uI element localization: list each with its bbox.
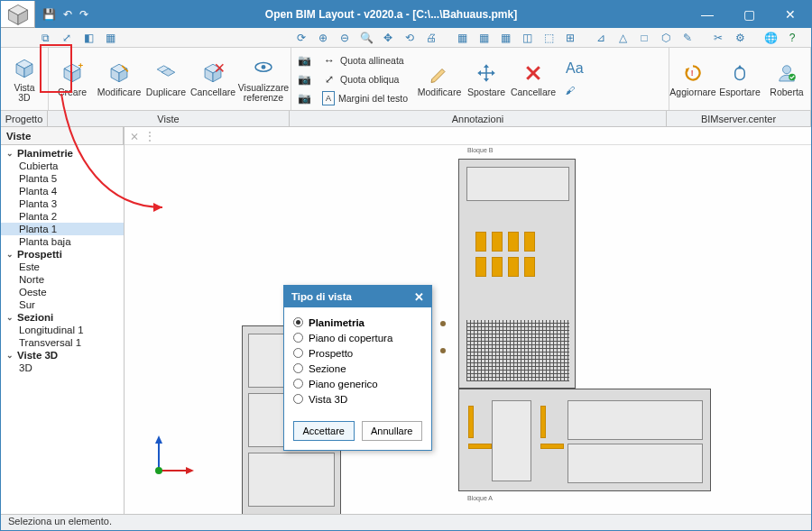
tree-group-viste-3d[interactable]: ⌄Viste 3D <box>1 349 124 362</box>
tree-item[interactable]: 3D <box>1 362 124 374</box>
esportare-button[interactable]: Esportare <box>716 48 763 110</box>
tool-icon[interactable]: △ <box>614 30 631 46</box>
camera-icon: 📷 <box>297 53 311 68</box>
accept-button[interactable]: Accettare <box>293 421 355 441</box>
axis-icon[interactable]: ⨯ <box>130 130 139 142</box>
tool-icon[interactable]: ◫ <box>519 30 535 46</box>
camera3-button[interactable]: 📷 <box>293 89 315 107</box>
redo-icon[interactable]: ↷ <box>79 8 88 21</box>
tool-icon[interactable]: ✎ <box>679 30 696 46</box>
camera-icon: 📷 <box>297 72 311 87</box>
tree-item[interactable]: Longitudinal 1 <box>1 324 124 336</box>
radio-sezione[interactable]: Sezione <box>293 361 422 376</box>
aa-button[interactable]: Aa <box>562 60 587 78</box>
x-icon <box>521 60 546 86</box>
tool-icon[interactable]: ⤢ <box>59 30 75 46</box>
ribbon-group-progetto: Vista 3D <box>1 48 49 110</box>
tool-icon[interactable]: ▦ <box>497 30 513 46</box>
radio-piano-di-copertura[interactable]: Piano di copertura <box>293 330 422 345</box>
brush-icon: 🖌 <box>566 85 576 96</box>
camera1-button[interactable]: 📷 <box>293 51 315 69</box>
chevron-down-icon: ⌄ <box>6 351 14 360</box>
radio-prospetto[interactable]: Prospetto <box>293 345 422 361</box>
vista3d-button[interactable]: Vista 3D <box>1 48 48 110</box>
visualizzare-referenze-button[interactable]: Visualizzare referenze <box>236 48 291 110</box>
tree-item[interactable]: Oeste <box>1 286 124 298</box>
svg-rect-27 <box>735 68 745 80</box>
tool-icon[interactable]: ⊖ <box>337 30 353 46</box>
tree-item[interactable]: Planta 3 <box>1 197 124 210</box>
tool-icon[interactable]: ⟲ <box>401 30 418 46</box>
tool-icon[interactable]: ✂ <box>710 30 726 46</box>
dialog-options: PlanimetriaPiano di coperturaProspettoSe… <box>284 307 431 414</box>
tool-icon[interactable]: □ <box>636 30 652 46</box>
save-icon[interactable]: 💾 <box>42 8 56 21</box>
tree-item[interactable]: Sur <box>1 298 124 311</box>
tree-item[interactable]: Planta 4 <box>1 185 124 197</box>
tool-icon[interactable]: 🔍 <box>358 30 374 46</box>
undo-icon[interactable]: ↶ <box>63 8 72 21</box>
tree-group-prospetti[interactable]: ⌄Prospetti <box>1 248 124 261</box>
tree-group-planimetrie[interactable]: ⌄Planimetrie <box>1 147 124 160</box>
modificare-button[interactable]: Modificare <box>96 48 143 110</box>
tool-icon[interactable]: ⚙ <box>732 30 748 46</box>
camera2-button[interactable]: 📷 <box>293 70 315 88</box>
tool-icon[interactable]: ◧ <box>80 30 97 46</box>
tool-icon[interactable]: ⊿ <box>593 30 609 46</box>
brush-button[interactable]: 🖌 <box>562 81 587 99</box>
quota-allineata-button[interactable]: ↔Quota allineata <box>318 51 414 69</box>
radio-planimetria[interactable]: Planimetria <box>293 315 422 330</box>
tool-icon[interactable]: ⊕ <box>315 30 331 46</box>
cube-plus-icon: + <box>60 60 85 86</box>
help-icon[interactable]: 🌐 <box>762 30 779 46</box>
tree-group-sezioni[interactable]: ⌄Sezioni <box>1 311 124 324</box>
close-icon[interactable]: ✕ <box>414 290 424 304</box>
svg-text:!: ! <box>691 69 694 78</box>
body: Viste ⌄PlanimetrieCubiertaPlanta 5Planta… <box>1 127 811 514</box>
tool-icon[interactable]: ✥ <box>380 30 396 46</box>
cancel-button[interactable]: Annullare <box>362 421 423 441</box>
radio-piano-generico[interactable]: Piano generico <box>293 376 422 391</box>
tree-item[interactable]: Transversal 1 <box>1 336 124 349</box>
radio-vista-3d[interactable]: Vista 3D <box>293 391 422 407</box>
creare-button[interactable]: + Creare <box>49 48 96 110</box>
maximize-button[interactable]: ▢ <box>728 1 770 28</box>
global-toolbar: ⧉ ⤢ ◧ ▦ ⟳ ⊕ ⊖ 🔍 ✥ ⟲ 🖨 ▦ ▦ ▦ ◫ ⬚ ⊞ ⊿ △ □ … <box>1 28 811 48</box>
label: Duplicare <box>146 87 186 97</box>
close-button[interactable]: ✕ <box>770 1 811 28</box>
anno-modificare-button[interactable]: Modificare <box>416 48 463 110</box>
tool-icon[interactable]: ▦ <box>102 30 118 46</box>
text-margin-icon: A <box>322 91 335 105</box>
svg-marker-34 <box>186 467 194 474</box>
dialog-title-bar[interactable]: Tipo di vista ✕ <box>284 286 431 307</box>
grid-icon[interactable]: ⋮ <box>144 130 155 142</box>
tool-icon[interactable]: ⬡ <box>658 30 674 46</box>
margini-testo-button[interactable]: AMargini del testo <box>318 89 414 107</box>
duplicare-button[interactable]: Duplicare <box>143 48 189 110</box>
user-button[interactable]: Roberta <box>763 48 810 110</box>
anno-spostare-button[interactable]: Spostare <box>463 48 510 110</box>
tool-icon[interactable]: ⬚ <box>540 30 557 46</box>
tree[interactable]: ⌄PlanimetrieCubiertaPlanta 5Planta 4Plan… <box>1 145 124 514</box>
tree-item[interactable]: Cubierta <box>1 160 124 172</box>
tool-icon[interactable]: ⧉ <box>37 30 53 46</box>
tool-icon[interactable]: ▦ <box>454 30 470 46</box>
tree-item[interactable]: Planta 2 <box>1 210 124 223</box>
canvas[interactable]: Bloque B Bloque A <box>125 145 811 514</box>
quota-obliqua-button[interactable]: ⤢Quota obliqua <box>318 70 414 88</box>
aggiornare-button[interactable]: ! Aggiornare <box>669 48 716 110</box>
tree-item[interactable]: Planta 1 <box>1 223 124 235</box>
tree-item[interactable]: Este <box>1 261 124 273</box>
tree-item[interactable]: Planta baja <box>1 235 124 248</box>
anno-cancellare-button[interactable]: Cancellare <box>510 48 557 110</box>
tool-icon[interactable]: 🖨 <box>423 30 439 46</box>
tree-item[interactable]: Norte <box>1 273 124 286</box>
help-icon[interactable]: ? <box>784 30 800 46</box>
tool-icon[interactable]: ⊞ <box>562 30 578 46</box>
tool-icon[interactable]: ⟳ <box>293 30 309 46</box>
minimize-button[interactable]: — <box>687 1 728 28</box>
svg-marker-28 <box>737 65 743 69</box>
tool-icon[interactable]: ▦ <box>475 30 492 46</box>
cancellare-button[interactable]: Cancellare <box>189 48 236 110</box>
tree-item[interactable]: Planta 5 <box>1 172 124 185</box>
